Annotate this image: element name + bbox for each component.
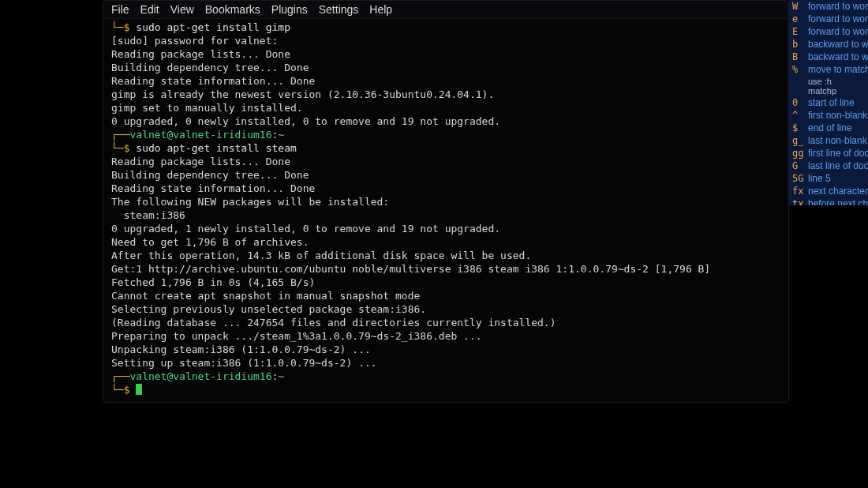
terminal-line: (Reading database ... 247654 files and d… bbox=[111, 316, 780, 329]
terminal-line: [sudo] password for valnet: bbox=[111, 34, 780, 47]
cheat-item[interactable]: 5Gline 5 bbox=[789, 172, 868, 185]
cheat-key: B bbox=[792, 51, 808, 62]
menu-plugins[interactable]: Plugins bbox=[271, 3, 308, 16]
cheat-key: e bbox=[792, 13, 808, 24]
cheat-item[interactable]: txbefore next char bbox=[789, 197, 868, 205]
cheatsheet-panel: Wforward to woreforward to worEforward t… bbox=[789, 0, 868, 205]
cheat-item[interactable]: Glast line of docu bbox=[789, 160, 868, 172]
terminal-line: └─$ bbox=[111, 383, 780, 396]
terminal-line: 0 upgraded, 0 newly installed, 0 to remo… bbox=[111, 114, 780, 128]
cheat-key: E bbox=[792, 26, 808, 37]
command-text: sudo apt-get install gimp bbox=[136, 21, 290, 33]
cheat-desc: first non-blank bbox=[808, 110, 867, 121]
menu-help[interactable]: Help bbox=[369, 3, 392, 16]
cheat-desc: before next char bbox=[808, 198, 868, 205]
terminal-line: ┌──valnet@valnet-iridium16:~ bbox=[111, 128, 780, 141]
terminal-line: Need to get 1,796 B of archives. bbox=[111, 235, 780, 249]
menubar: FileEditViewBookmarksPluginsSettingsHelp bbox=[103, 1, 788, 19]
cheat-key: g_ bbox=[792, 135, 808, 146]
prompt-user-host: valnet@valnet-iridium16 bbox=[129, 370, 271, 382]
terminal-line: Preparing to unpack .../steam_1%3a1.0.0.… bbox=[111, 329, 780, 343]
cheat-header: use :h matchp bbox=[789, 76, 868, 96]
prompt-branch-icon: ┌── bbox=[111, 370, 129, 382]
cheat-item[interactable]: eforward to wor bbox=[789, 13, 868, 25]
menu-bookmarks[interactable]: Bookmarks bbox=[205, 3, 260, 16]
menu-edit[interactable]: Edit bbox=[140, 3, 159, 16]
terminal-line: Selecting previously unselected package … bbox=[111, 302, 780, 316]
terminal-line: Fetched 1,796 B in 0s (4,165 B/s) bbox=[111, 276, 780, 289]
terminal-line: Building dependency tree... Done bbox=[111, 61, 780, 74]
prompt-path: ~ bbox=[278, 370, 284, 382]
cheat-desc: last non-blank bbox=[808, 135, 867, 146]
terminal-line: ┌──valnet@valnet-iridium16:~ bbox=[111, 370, 780, 383]
cheat-item[interactable]: ggfirst line of docu bbox=[789, 147, 868, 160]
prompt-dollar-icon: └─$ bbox=[111, 384, 136, 396]
cheat-key: b bbox=[792, 39, 808, 50]
cheat-key: tx bbox=[792, 198, 808, 205]
terminal-line: gimp set to manually installed. bbox=[111, 101, 780, 114]
terminal-line: Cannot create apt snapshot in manual sna… bbox=[111, 289, 780, 302]
cheat-key: 0 bbox=[792, 97, 808, 108]
prompt-dollar-icon: └─$ bbox=[111, 21, 136, 33]
prompt-dollar-icon: └─$ bbox=[111, 142, 136, 154]
cheat-desc: forward to wor bbox=[808, 1, 868, 12]
cheat-desc: move to matchi bbox=[808, 64, 868, 75]
cheat-item[interactable]: bbackward to w bbox=[789, 38, 868, 51]
terminal-line: Get:1 http://archive.ubuntu.com/ubuntu n… bbox=[111, 262, 780, 276]
cheat-item[interactable]: ^first non-blank bbox=[789, 109, 868, 122]
cheat-desc: last line of docu bbox=[808, 160, 868, 171]
command-text: sudo apt-get install steam bbox=[136, 142, 297, 154]
menu-settings[interactable]: Settings bbox=[319, 3, 359, 16]
cheat-key: W bbox=[792, 1, 808, 12]
terminal-line: Reading package lists... Done bbox=[111, 47, 780, 61]
cheat-key: $ bbox=[792, 122, 808, 133]
terminal-line: Reading state information... Done bbox=[111, 74, 780, 88]
cheat-item[interactable]: %move to matchi bbox=[789, 63, 868, 76]
cheat-key: ^ bbox=[792, 110, 808, 121]
cursor-icon[interactable] bbox=[136, 384, 142, 395]
terminal-line: steam:i386 bbox=[111, 208, 780, 222]
cheat-key: G bbox=[792, 160, 808, 171]
cheat-desc: backward to w bbox=[808, 51, 868, 62]
menu-view[interactable]: View bbox=[170, 3, 194, 16]
terminal-line: gimp is already the newest version (2.10… bbox=[111, 88, 780, 101]
terminal-line: 0 upgraded, 1 newly installed, 0 to remo… bbox=[111, 222, 780, 235]
cheat-desc: next character x bbox=[808, 186, 868, 197]
terminal-line: Setting up steam:i386 (1:1.0.0.79~ds-2) … bbox=[111, 356, 780, 370]
cheat-key: fx bbox=[792, 186, 808, 197]
terminal-line: After this operation, 14.3 kB of additio… bbox=[111, 249, 780, 262]
terminal-window: FileEditViewBookmarksPluginsSettingsHelp… bbox=[103, 0, 789, 403]
cheat-desc: end of line bbox=[808, 122, 851, 133]
terminal-line: └─$ sudo apt-get install steam bbox=[111, 141, 780, 155]
cheat-desc: forward to wor bbox=[808, 26, 868, 37]
terminal-line: Unpacking steam:i386 (1:1.0.0.79~ds-2) .… bbox=[111, 343, 780, 356]
prompt-branch-icon: ┌── bbox=[111, 129, 129, 141]
terminal-line: └─$ sudo apt-get install gimp bbox=[111, 21, 780, 34]
cheat-key: 5G bbox=[792, 173, 808, 184]
cheat-desc: first line of docu bbox=[808, 148, 868, 159]
cheat-desc: start of line bbox=[808, 97, 855, 108]
terminal-line: The following NEW packages will be insta… bbox=[111, 195, 780, 208]
menu-file[interactable]: File bbox=[111, 3, 129, 16]
terminal-line: Building dependency tree... Done bbox=[111, 168, 780, 182]
terminal-line: Reading package lists... Done bbox=[111, 155, 780, 168]
cheat-item[interactable]: Bbackward to w bbox=[789, 51, 868, 63]
cheat-desc: forward to wor bbox=[808, 13, 868, 24]
cheat-key: gg bbox=[792, 148, 808, 159]
prompt-user-host: valnet@valnet-iridium16 bbox=[129, 129, 271, 141]
cheat-item[interactable]: g_last non-blank bbox=[789, 134, 868, 147]
terminal-line: Reading state information... Done bbox=[111, 182, 780, 195]
cheat-item[interactable]: Wforward to wor bbox=[789, 0, 868, 13]
cheat-item[interactable]: fxnext character x bbox=[789, 185, 868, 197]
cheat-item[interactable]: Eforward to wor bbox=[789, 25, 868, 38]
cheat-key: % bbox=[792, 64, 808, 75]
cheat-desc: line 5 bbox=[808, 173, 831, 184]
cheat-item[interactable]: $end of line bbox=[789, 122, 868, 134]
cheat-item[interactable]: 0start of line bbox=[789, 96, 868, 109]
cheat-desc: backward to w bbox=[808, 39, 868, 50]
terminal-output[interactable]: └─$ sudo apt-get install gimp[sudo] pass… bbox=[103, 19, 788, 401]
prompt-path: ~ bbox=[278, 129, 284, 141]
